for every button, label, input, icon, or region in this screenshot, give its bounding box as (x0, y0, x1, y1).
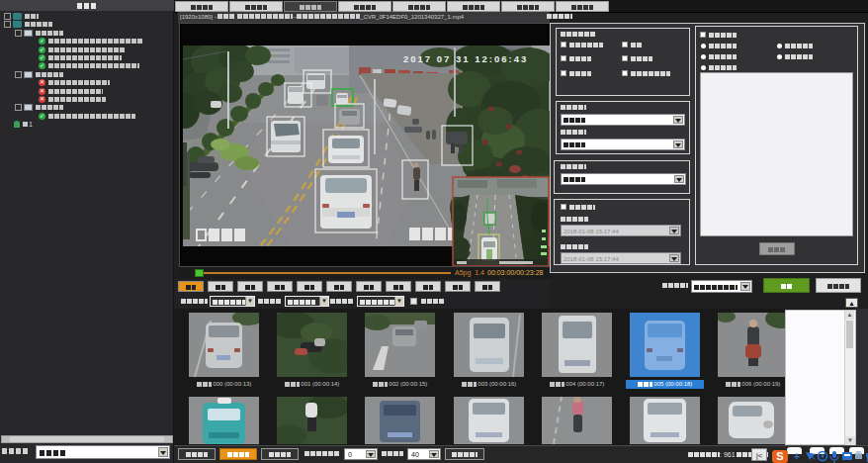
svg-text:+: + (794, 451, 800, 462)
svg-text:2017 07 31 12:06:43: 2017 07 31 12:06:43 (403, 53, 528, 64)
svg-text:S: S (776, 450, 783, 462)
